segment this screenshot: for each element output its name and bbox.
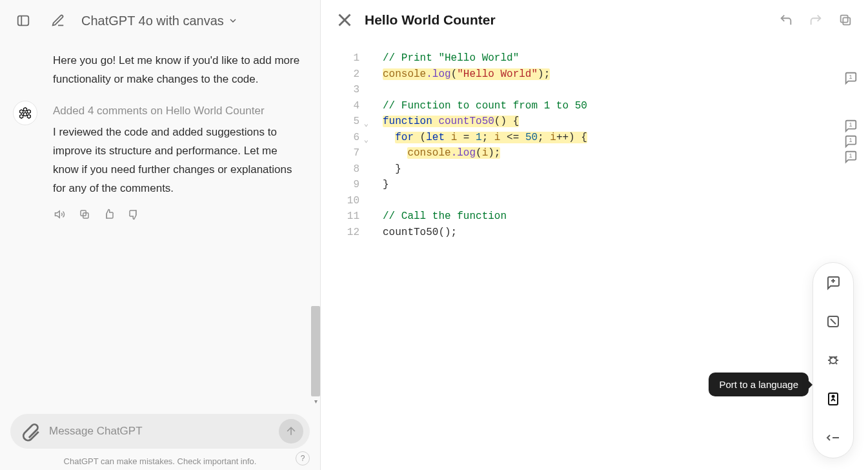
help-button[interactable]: ? <box>296 451 310 465</box>
line-number: 2 <box>353 68 359 80</box>
suggest-edits-button[interactable] <box>822 272 844 294</box>
comment-marker[interactable]: 1 <box>842 148 859 165</box>
code-token: 1 <box>476 132 482 143</box>
code-token: function <box>383 116 432 127</box>
code-token: ( <box>414 132 426 143</box>
svg-rect-8 <box>841 15 848 23</box>
composer <box>10 414 310 449</box>
code-token: .log <box>426 68 450 80</box>
code-lines: // Print "Hello World" console.log("Hell… <box>366 50 587 240</box>
code-token: i <box>445 132 463 143</box>
message-input[interactable] <box>48 424 272 438</box>
line-number: 3 <box>353 84 359 96</box>
svg-line-23 <box>836 356 837 358</box>
code-token: i <box>494 132 507 143</box>
code-token: countTo50(); <box>383 227 457 238</box>
port-language-button[interactable] <box>822 388 844 410</box>
code-token: for <box>395 132 414 143</box>
code-token: () { <box>494 116 519 127</box>
svg-line-16 <box>831 319 836 324</box>
send-button[interactable] <box>279 419 303 444</box>
composer-area <box>0 406 320 454</box>
redo-button[interactable] <box>807 12 824 28</box>
line-number: 7 <box>353 147 359 159</box>
copy-canvas-button[interactable] <box>837 12 854 28</box>
code-token: ); <box>488 147 500 159</box>
svg-text:1: 1 <box>849 152 852 159</box>
chat-body: Here you go! Let me know if you'd like t… <box>0 39 320 406</box>
svg-rect-0 <box>18 16 29 26</box>
line-number: 1 <box>353 52 359 64</box>
code-token: i <box>482 147 489 159</box>
line-number: 6 <box>353 132 359 143</box>
code-review-button[interactable] <box>822 427 844 449</box>
read-aloud-button[interactable] <box>53 207 67 221</box>
message-actions <box>53 207 301 221</box>
chat-header: ChatGPT 4o with canvas <box>0 0 320 39</box>
model-selector[interactable]: ChatGPT 4o with canvas <box>81 14 238 28</box>
chat-scrollbar[interactable] <box>311 306 320 396</box>
line-number: 8 <box>353 163 359 175</box>
new-chat-button[interactable] <box>46 9 70 32</box>
code-token: 50 <box>525 132 538 143</box>
code-token: ( <box>476 147 482 159</box>
fold-icon[interactable]: ⌄ <box>364 116 368 132</box>
fold-icon[interactable]: ⌄ <box>364 132 368 148</box>
assistant-message: Added 4 comments on Hello World Counter … <box>13 96 307 228</box>
assistant-message: Here you go! Let me know if you'd like t… <box>13 45 307 96</box>
toggle-sidebar-button[interactable] <box>12 9 35 32</box>
comment-marker[interactable]: 1 <box>842 133 859 150</box>
line-number: 11 <box>347 210 359 222</box>
line-number: 12 <box>347 227 359 238</box>
chat-panel: ChatGPT 4o with canvas Here you go! Let … <box>0 0 321 470</box>
code-token: ++ <box>556 132 569 143</box>
comment-marker[interactable]: 1 <box>842 70 859 87</box>
code-token: ); <box>538 68 550 80</box>
assistant-avatar <box>13 101 37 125</box>
svg-text:1: 1 <box>849 74 852 80</box>
svg-text:1: 1 <box>849 137 852 143</box>
code-token: ( <box>451 68 458 80</box>
code-token: = <box>463 132 476 143</box>
code-token: } <box>383 179 389 190</box>
svg-rect-7 <box>843 17 850 25</box>
code-editor[interactable]: 1 2 3 4 5⌄ 6⌄ 7 8 9 10 11 12 // Print "H… <box>321 37 868 240</box>
svg-line-24 <box>829 363 831 364</box>
thumbs-up-button[interactable] <box>102 207 116 221</box>
code-token: let <box>426 132 445 143</box>
comment-marker[interactable]: 1 <box>842 118 859 134</box>
thumbs-down-button[interactable] <box>126 207 141 221</box>
code-token: // Function to count from 1 to 50 <box>383 100 587 112</box>
line-number: 4 <box>353 100 359 112</box>
code-token: i <box>550 132 556 143</box>
disclaimer-text: ChatGPT can make mistakes. Check importa… <box>64 456 257 466</box>
undo-button[interactable] <box>778 12 794 28</box>
code-token: ) { <box>569 132 587 143</box>
close-canvas-button[interactable] <box>334 9 356 31</box>
copy-button[interactable] <box>77 207 92 221</box>
model-label: ChatGPT 4o with canvas <box>81 14 224 28</box>
line-number: 5 <box>353 116 359 127</box>
tooltip: Port to a language <box>709 373 809 396</box>
canvas-header: Hello World Counter <box>321 0 868 37</box>
svg-line-22 <box>829 356 831 358</box>
code-token: <= <box>507 132 525 143</box>
message-text: Here you go! Let me know if you'd like t… <box>53 54 299 85</box>
canvas-actions <box>778 12 854 28</box>
code-token: // Print "Hello World" <box>383 52 519 64</box>
attach-button[interactable] <box>19 420 41 442</box>
code-token: ; <box>538 132 550 143</box>
chevron-down-icon <box>228 15 238 26</box>
svg-point-27 <box>833 396 834 398</box>
canvas-panel: Hello World Counter 1 2 3 4 5⌄ 6⌄ 7 8 9 … <box>321 0 868 470</box>
comment-summary: Added 4 comments on Hello World Counter <box>53 102 301 119</box>
fix-bugs-button[interactable] <box>822 349 844 371</box>
code-token: console <box>383 68 426 80</box>
svg-line-25 <box>836 363 837 364</box>
code-token: .log <box>451 147 476 159</box>
code-token: // Call the function <box>383 210 507 222</box>
add-logs-button[interactable] <box>822 311 844 332</box>
canvas-title: Hello World Counter <box>365 12 778 28</box>
code-token <box>383 147 407 159</box>
scroll-down-arrow[interactable]: ▾ <box>311 396 320 405</box>
